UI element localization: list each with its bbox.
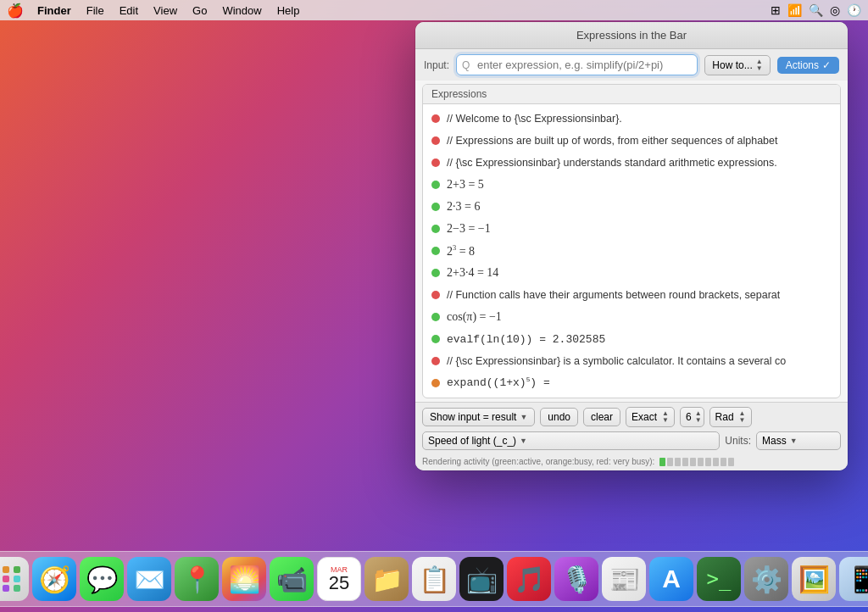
list-item: 2+3 = 5 <box>423 174 840 196</box>
input-label: Input: <box>424 59 449 71</box>
status-dot <box>431 136 440 145</box>
dock-icon-calendar[interactable]: MAR 25 <box>317 557 361 601</box>
toolbar-row1: Show input = result ▼ undo clear Exact ▲… <box>422 407 841 427</box>
dock-icon-news[interactable]: 📰 <box>602 557 646 601</box>
dock-icon-facetime[interactable]: 📹 <box>270 557 314 601</box>
window-titlebar: Expressions in the Bar <box>415 22 848 49</box>
status-dot <box>431 159 440 167</box>
actions-checkmark: ✓ <box>822 59 831 71</box>
dock-icon-maps[interactable]: 📍 <box>175 557 219 601</box>
list-item: 2+3·4 = 14 <box>423 262 840 284</box>
menubar-window[interactable]: Window <box>215 3 268 19</box>
dock-icon-podcasts[interactable]: 🎙️ <box>554 557 598 601</box>
dock-icon-launchpad[interactable] <box>0 557 29 601</box>
menubar-siri[interactable]: ◎ <box>830 3 840 17</box>
rendering-blocks <box>659 458 734 466</box>
list-item: // Expressions are built up of words, fr… <box>423 130 840 152</box>
dock-icon-photos[interactable]: 🌅 <box>222 557 266 601</box>
status-dot <box>431 247 440 255</box>
input-field-wrapper: Q <box>456 54 698 75</box>
apple-menu[interactable]: 🍎 <box>7 3 24 19</box>
menubar-edit[interactable]: Edit <box>113 3 145 19</box>
menubar-view[interactable]: View <box>147 3 184 19</box>
dock-icon-music[interactable]: 🎵 <box>507 557 551 601</box>
list-item: 2·3 = 6 <box>423 196 840 218</box>
how-to-stepper: ▲ ▼ <box>756 58 763 72</box>
status-dot <box>431 114 440 123</box>
menubar-go[interactable]: Go <box>186 3 214 19</box>
speed-light-dropdown[interactable]: Speed of light (_c_) ▼ <box>422 431 720 450</box>
how-to-button[interactable]: How to... ▲ ▼ <box>704 55 770 75</box>
rendering-block <box>675 458 681 466</box>
menubar-search[interactable]: 🔍 <box>809 3 823 17</box>
expressions-header: Expressions <box>423 85 840 104</box>
status-dot <box>431 269 440 277</box>
rendering-block <box>690 458 696 466</box>
list-item: // {\sc Expressionsinbar} understands st… <box>423 152 840 174</box>
units-label: Units: <box>725 435 751 447</box>
rad-stepper: ▲ ▼ <box>739 410 746 424</box>
mass-dropdown[interactable]: Mass ▼ <box>756 431 841 450</box>
rendering-label: Rendering activity (green:active, orange… <box>422 457 654 466</box>
dock-icon-iphone[interactable]: 📱 <box>839 557 868 601</box>
dock: 🙂 🧭 💬 ✉️ 📍 <box>0 551 868 607</box>
number-stepper[interactable]: 6 ▲ ▼ <box>680 407 704 427</box>
list-item: cos(π) = −1 <box>423 306 840 328</box>
menubar-clock[interactable]: 🕐 <box>847 3 861 17</box>
list-item: // Welcome to {\sc Expressionsinbar}. <box>423 108 840 130</box>
bottom-toolbar: Show input = result ▼ undo clear Exact ▲… <box>415 402 848 454</box>
list-item: evalf(ln(10)) = 2.302585 <box>423 328 840 350</box>
dock-icon-settings[interactable]: ⚙️ <box>744 557 788 601</box>
dock-icon-appstore[interactable]: A <box>649 557 693 601</box>
dock-icon-files[interactable]: 📁 <box>364 557 409 601</box>
menubar-finder[interactable]: Finder <box>31 3 78 19</box>
menubar-control-center[interactable]: ⊞ <box>771 3 781 17</box>
dock-icon-appletv[interactable]: 📺 <box>459 557 504 601</box>
rendering-block <box>705 458 711 466</box>
dock-icon-safari[interactable]: 🧭 <box>32 557 76 601</box>
status-dot <box>431 225 440 233</box>
input-row: Input: Q How to... ▲ ▼ Actions ✓ <box>415 49 848 81</box>
rendering-block <box>659 458 665 466</box>
menubar-wifi[interactable]: 📶 <box>787 3 802 17</box>
rendering-block <box>721 458 726 466</box>
status-dot <box>431 181 440 189</box>
status-dot <box>431 291 440 299</box>
status-dot <box>431 379 440 387</box>
rendering-bar: Rendering activity (green:active, orange… <box>415 454 848 470</box>
status-dot <box>431 335 440 343</box>
expressions-panel: Expressions // Welcome to {\sc Expressio… <box>422 84 841 398</box>
show-input-button[interactable]: Show input = result ▼ <box>422 408 535 426</box>
dock-icon-preview[interactable]: 🖼️ <box>792 557 836 601</box>
exact-dropdown[interactable]: Exact ▲ ▼ <box>626 407 675 427</box>
expression-input[interactable] <box>456 54 698 75</box>
rad-dropdown[interactable]: Rad ▲ ▼ <box>709 407 752 427</box>
search-icon: Q <box>462 59 470 71</box>
clear-button[interactable]: clear <box>583 408 620 426</box>
number-arrows: ▲ ▼ <box>695 410 702 424</box>
list-item: expand((1+x)5) = <box>423 372 840 394</box>
rendering-block <box>698 458 704 466</box>
list-item: 23 = 8 <box>423 240 840 262</box>
status-dot <box>431 203 440 211</box>
list-item: // Function calls have their arguments b… <box>423 284 840 306</box>
expressions-list[interactable]: // Welcome to {\sc Expressionsinbar}. //… <box>423 104 840 398</box>
dock-icon-terminal[interactable]: >_ <box>697 557 741 601</box>
speed-light-arrow: ▼ <box>520 437 527 445</box>
menubar-right: ⊞ 📶 🔍 ◎ 🕐 <box>771 3 861 17</box>
dock-icon-mail[interactable]: ✉️ <box>127 557 171 601</box>
desktop: 🍎 Finder File Edit View Go Window Help ⊞… <box>0 0 868 612</box>
toolbar-row2: Speed of light (_c_) ▼ Units: Mass ▼ <box>422 431 841 450</box>
dock-icon-messages[interactable]: 💬 <box>80 557 124 601</box>
rendering-block <box>713 458 719 466</box>
list-item: // {\sc Expressionsinbar} is a symbolic … <box>423 350 840 372</box>
menubar-help[interactable]: Help <box>270 3 307 19</box>
actions-button[interactable]: Actions ✓ <box>777 57 839 74</box>
dock-icon-reminders[interactable]: 📋 <box>412 557 456 601</box>
status-dot <box>431 313 440 321</box>
rendering-block <box>667 458 673 466</box>
window-title: Expressions in the Bar <box>576 29 687 42</box>
menubar-file[interactable]: File <box>80 3 111 19</box>
status-dot <box>431 357 440 365</box>
undo-button[interactable]: undo <box>540 408 578 426</box>
